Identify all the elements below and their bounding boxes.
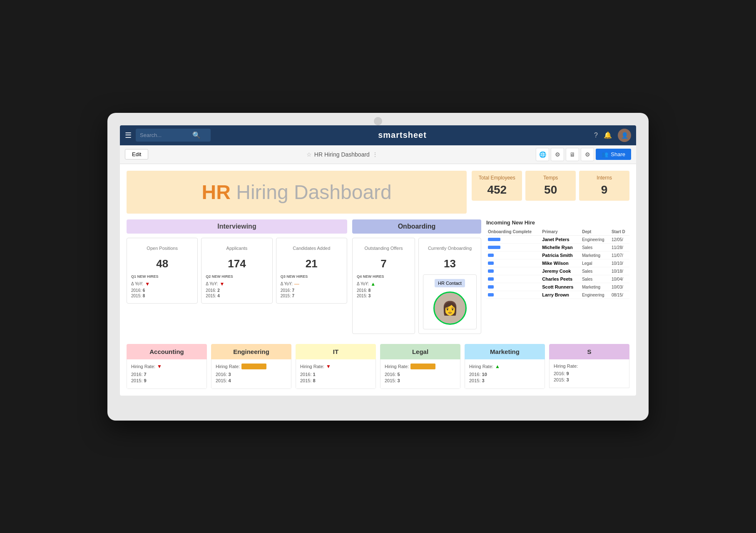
trend-up-icon: ▲: [371, 281, 376, 287]
hiring-rate-label: Hiring Rate:: [131, 364, 155, 369]
page-title-area: ☆ HR Hiring Dashboard ⋮: [152, 151, 532, 158]
person-name: Patricia Smith: [542, 253, 572, 258]
dept-header: IT: [296, 344, 376, 359]
outstanding-offers-label: Outstanding Offers: [357, 242, 410, 254]
dept-header: Accounting: [127, 344, 207, 359]
new-hires-tbody: Janet Peters Engineering 12/05/ Michelle…: [486, 235, 629, 299]
dept-name: Marketing: [582, 253, 600, 258]
q4-2016: 2016: 8: [357, 288, 410, 293]
metric-outstanding-offers: Outstanding Offers 7 Q4 NEW HIRES Δ YoY:…: [352, 238, 415, 334]
onboarding-metrics-row: Outstanding Offers 7 Q4 NEW HIRES Δ YoY:…: [352, 238, 481, 334]
q2-2016: 2016: 2: [206, 288, 268, 293]
banner-hr: HR: [202, 181, 231, 203]
temps-value: 50: [530, 183, 571, 197]
layout-icon[interactable]: ⚙: [551, 148, 564, 161]
present-icon[interactable]: 🖥: [566, 148, 579, 161]
hiring-rate-label: Hiring Rate:: [385, 364, 409, 369]
interviewing-panel: Interviewing Open Positions 48 Q1 NEW HI…: [127, 219, 347, 338]
dept-2016-value: 5: [398, 372, 400, 377]
metric-applicants: Applicants 174 Q2 NEW HIRES Δ YoY: ▼ 201…: [201, 238, 272, 304]
edit-button[interactable]: Edit: [125, 149, 148, 159]
dept-2015: 2015: 3: [385, 378, 456, 383]
temps-label: Temps: [530, 175, 571, 181]
dept-2015: 2015: 9: [131, 378, 202, 383]
dept-cell: Engineering: [580, 235, 610, 243]
currently-onboarding-label: Currently Onboarding: [423, 242, 477, 254]
table-row: Michelle Ryan Sales 11/28/: [486, 243, 629, 251]
orange-bar: [410, 364, 435, 369]
dept-cell: Sales: [580, 275, 610, 283]
globe-icon[interactable]: 🌐: [536, 148, 549, 161]
q4-label: Q4 NEW HIRES: [357, 274, 410, 279]
dept-name: Sales: [582, 277, 592, 281]
person-name-cell: Jeremy Cook: [540, 267, 580, 275]
dept-card: Marketing Hiring Rate: ▲ 2016: 10 2015: …: [465, 344, 545, 389]
title-bold: sheet: [403, 130, 427, 139]
onboard-bar: [488, 246, 500, 249]
dept-cell: Marketing: [580, 283, 610, 291]
hiring-rate-row: Hiring Rate:: [216, 364, 287, 369]
open-positions-label: Open Positions: [131, 242, 193, 254]
dept-2015-value: 3: [398, 378, 400, 383]
top-navbar: ☰ 🔍 smartsheet ? 🔔 👤: [120, 125, 636, 145]
dept-cell: Sales: [580, 267, 610, 275]
settings-icon[interactable]: ⚙: [581, 148, 594, 161]
start-date: 08/15/: [612, 293, 623, 297]
banner: HR Hiring Dashboard: [127, 171, 467, 214]
dept-cell: Engineering: [580, 291, 610, 299]
onboard-bar: [488, 293, 494, 296]
outstanding-offers-value: 7: [357, 257, 410, 270]
avatar[interactable]: 👤: [618, 129, 631, 142]
person-name: Scott Runners: [542, 284, 573, 289]
q3-2015: 2015: 7: [281, 294, 343, 298]
hr-contact-label: HR Contact: [435, 279, 465, 287]
dept-2015-value: 8: [313, 378, 316, 383]
stat-interns: Interns 9: [579, 171, 629, 201]
toolbar-icons: 🌐 ⚙ 🖥 ⚙ 👥 Share: [536, 148, 631, 161]
person-name-cell: Michelle Ryan: [540, 243, 580, 251]
table-row: Scott Runners Marketing 10/03/: [486, 283, 629, 291]
start-date: 11/28/: [612, 245, 623, 250]
person-name-cell: Janet Peters: [540, 235, 580, 243]
currently-onboarding-value: 13: [423, 257, 477, 270]
person-name-cell: Charles Peets: [540, 275, 580, 283]
dept-2015: 2015: 8: [300, 378, 371, 383]
dept-body: Hiring Rate: ▼ 2016: 7 2015: 9: [127, 359, 207, 389]
search-input[interactable]: [140, 132, 190, 138]
dept-card: Engineering Hiring Rate: 2016: 3 2015: 4: [211, 344, 291, 389]
dept-2015: 2015: 3: [554, 377, 625, 382]
share-button[interactable]: 👥 Share: [596, 149, 631, 160]
q2-2015: 2015: 4: [206, 294, 268, 298]
q1-label: Q1 NEW HIRES: [131, 274, 193, 279]
q3-label: Q3 NEW HIRES: [281, 274, 343, 279]
app-title: smartsheet: [211, 130, 594, 140]
person-name-cell: Larry Brown: [540, 291, 580, 299]
table-row: Jeremy Cook Sales 10/18/: [486, 267, 629, 275]
trend-down-icon: ▼: [157, 364, 162, 369]
person-name: Mike Wilson: [542, 261, 568, 266]
trend-down-icon: ▼: [326, 364, 331, 369]
total-employees-label: Total Employees: [477, 175, 517, 181]
start-date: 10/03/: [612, 285, 623, 289]
star-icon[interactable]: ☆: [306, 151, 312, 158]
onboard-complete-cell: [486, 259, 540, 267]
more-options-icon[interactable]: ⋮: [372, 151, 378, 158]
start-date-cell: 10/04/: [610, 275, 629, 283]
middle-section: Interviewing Open Positions 48 Q1 NEW HI…: [127, 219, 629, 338]
dept-card: Accounting Hiring Rate: ▼ 2016: 7 2015: …: [127, 344, 207, 389]
hamburger-icon[interactable]: ☰: [125, 131, 132, 140]
help-icon[interactable]: ?: [594, 132, 598, 139]
dept-header: Marketing: [465, 344, 545, 359]
onboard-bar: [488, 277, 494, 281]
dept-name: Sales: [582, 245, 592, 250]
hiring-rate-row: Hiring Rate:: [554, 364, 625, 369]
notification-icon[interactable]: 🔔: [604, 131, 612, 139]
start-date-cell: 11/07/: [610, 251, 629, 259]
dept-2016-value: 1: [313, 372, 316, 377]
search-box[interactable]: 🔍: [136, 129, 211, 142]
col-start: Start D: [610, 228, 629, 236]
onboard-bar: [488, 269, 494, 273]
dept-2016: 2016: 9: [554, 371, 625, 376]
hiring-rate-row: Hiring Rate: ▼: [300, 364, 371, 369]
title-plain: smart: [378, 130, 403, 139]
